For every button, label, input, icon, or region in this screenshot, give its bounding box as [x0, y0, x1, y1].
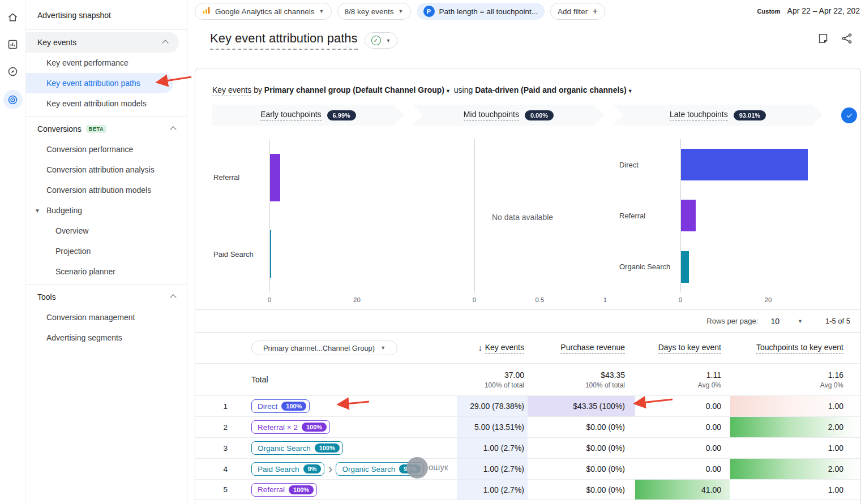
total-label: Total: [235, 375, 457, 384]
chart-bar[interactable]: [681, 251, 689, 283]
sidebar-item-conversion-attribution-models[interactable]: Conversion attribution models: [26, 180, 173, 200]
tab-percentage-badge: 0.00%: [525, 110, 554, 120]
divider: [26, 29, 187, 30]
chart-category-label: Paid Search: [212, 216, 269, 293]
chevron-up-icon: [162, 40, 168, 46]
column-header-days-to-key-event[interactable]: Days to key event: [658, 343, 721, 354]
plus-icon: +: [592, 6, 598, 17]
channel-pill-organic-search[interactable]: Organic Search 100%: [251, 441, 343, 455]
property-selector-dropdown[interactable]: Google Analytics all channels ▼: [195, 3, 332, 20]
selected-check-icon[interactable]: [841, 107, 857, 123]
sidebar-item-advertising-segments[interactable]: Advertising segments: [26, 328, 173, 348]
sidebar-item-budgeting-scenario-planner[interactable]: Scenario planner: [26, 261, 173, 282]
sidebar-section-key-events[interactable]: Key events: [26, 32, 179, 53]
pill-label: Paid Search: [258, 465, 299, 473]
channel-pill-direct[interactable]: Direct 100%: [251, 399, 310, 413]
chart-early-touchpoints: ReferralPaid Search 020: [212, 139, 427, 306]
rows-per-page-value[interactable]: 10: [770, 317, 779, 326]
tab-late-touchpoints[interactable]: Late touchpoints 93.01%: [613, 105, 823, 126]
caret-down-icon: ▼: [628, 88, 633, 94]
chart-bar[interactable]: [681, 200, 696, 231]
path-length-filter-chip[interactable]: P Path length = all touchpoint...: [417, 3, 545, 20]
filter-bar: Google Analytics all channels ▼ 8/8 key …: [195, 3, 605, 20]
date-range-label: Apr 22 – Apr 22, 202: [787, 6, 860, 15]
home-nav-button[interactable]: [0, 5, 25, 32]
data-quality-check-icon: ✓: [371, 36, 381, 45]
section-label: Tools: [37, 292, 56, 301]
tab-percentage-badge: 6.99%: [327, 110, 356, 120]
channel-pill-referral[interactable]: Referral × 2 100%: [251, 420, 330, 434]
model-selector[interactable]: Data-driven (Paid and organic channels): [475, 85, 627, 94]
chart-bar[interactable]: [270, 230, 271, 278]
chart-bar[interactable]: [270, 154, 280, 201]
revenue-cell: $0.00 (0%): [528, 480, 635, 499]
add-filter-button[interactable]: Add filter +: [550, 3, 605, 20]
sidebar-item-label: Conversion performance: [46, 145, 133, 154]
sidebar-item-key-event-attribution-paths[interactable]: Key event attribution paths: [26, 73, 173, 93]
share-icon[interactable]: [841, 32, 853, 47]
key-events-cell: 1.00 (2.7%): [457, 480, 528, 499]
date-preset-label: Custom: [757, 8, 781, 15]
property-selector-label: Google Analytics all channels: [215, 7, 315, 16]
sidebar-item-label: Conversion attribution models: [46, 186, 151, 195]
dimension-dropdown[interactable]: Primary channel...Channel Group) ▼: [251, 341, 397, 355]
sidebar-section-tools[interactable]: Tools: [26, 287, 187, 307]
sidebar-item-advertising-snapshot[interactable]: Advertising snapshot: [26, 3, 187, 27]
caret-down-icon: ▼: [386, 38, 391, 44]
chevron-up-icon: [170, 126, 176, 132]
x-axis: 020: [212, 292, 427, 306]
sidebar-item-conversion-management[interactable]: Conversion management: [26, 307, 173, 328]
days-cell: 0.00: [635, 459, 730, 479]
key-events-cell: 29.00 (78.38%): [457, 396, 528, 416]
caret-down-icon: ▼: [319, 8, 324, 14]
sidebar-section-conversions[interactable]: Conversions BETA: [26, 119, 187, 139]
data-quality-dropdown[interactable]: ✓ ▼: [365, 32, 398, 49]
total-revenue-sub: 100% of total: [585, 381, 625, 389]
sidebar-item-budgeting[interactable]: ▼ Budgeting: [26, 200, 173, 221]
sidebar-item-label: Advertising segments: [46, 333, 122, 342]
revenue-cell: $0.00 (0%): [528, 438, 635, 458]
sidebar-item-label: Overview: [55, 226, 88, 235]
column-header-touchpoints[interactable]: Touchpoints to key event: [756, 343, 843, 354]
sidebar-item-key-event-performance[interactable]: Key event performance: [26, 53, 173, 73]
chart-late-touchpoints: DirectReferralOrganic Search 020: [618, 139, 856, 306]
notes-icon[interactable]: [817, 32, 829, 47]
column-header-key-events[interactable]: Key events: [485, 343, 524, 354]
sidebar-item-label: Budgeting: [46, 206, 82, 215]
column-header-purchase-revenue[interactable]: Purchase revenue: [560, 343, 625, 354]
key-events-cell: 1.00 (2.7%): [457, 438, 528, 458]
row-number: 2: [195, 417, 235, 437]
tab-early-touchpoints[interactable]: Early touchpoints 6.99%: [212, 105, 404, 126]
sidebar-item-budgeting-overview[interactable]: Overview: [26, 221, 173, 241]
dimension-selector[interactable]: Primary channel group (Default Channel G…: [264, 85, 444, 94]
tab-mid-touchpoints[interactable]: Mid touchpoints 0.00%: [413, 105, 605, 126]
subtitle-metric[interactable]: Key events: [212, 85, 251, 96]
sidebar-item-budgeting-projection[interactable]: Projection: [26, 241, 173, 261]
chart-bar[interactable]: [681, 149, 808, 180]
add-filter-label: Add filter: [558, 7, 588, 16]
subtitle-text: by: [254, 85, 262, 94]
advertising-nav-button[interactable]: [0, 86, 25, 113]
touchpoints-cell: 2.00: [730, 417, 860, 437]
days-cell: 0.00: [635, 417, 730, 437]
advertising-sidebar: Advertising snapshot Key events Key even…: [26, 0, 187, 504]
explore-nav-button[interactable]: [0, 59, 25, 86]
sort-descending-icon[interactable]: ↓: [478, 343, 482, 352]
date-range-picker[interactable]: Custom Apr 22 – Apr 22, 202: [757, 6, 860, 15]
row-number: 3: [195, 438, 235, 458]
total-days: 1.11: [706, 371, 721, 380]
table-total-row: Total 37.00 100% of total $43.35 100% of…: [195, 364, 860, 395]
row-number: 4: [195, 459, 235, 479]
sidebar-item-conversion-attribution-analysis[interactable]: Conversion attribution analysis: [26, 160, 173, 180]
caret-down-icon[interactable]: ▼: [798, 318, 803, 324]
channel-pill-referral[interactable]: Referral 100%: [251, 483, 317, 497]
reports-nav-button[interactable]: [0, 32, 25, 59]
sidebar-item-conversion-performance[interactable]: Conversion performance: [26, 139, 173, 160]
report-actions: [817, 32, 853, 47]
total-key-events-sub: 100% of total: [485, 381, 524, 389]
dimension-dropdown-label: Primary channel...Channel Group): [263, 344, 375, 352]
table-header: Primary channel...Channel Group) ▼ ↓ Key…: [195, 332, 860, 364]
sidebar-item-key-event-attribution-models[interactable]: Key event attribution models: [26, 93, 173, 114]
channel-pill-paid-search[interactable]: Paid Search 9%: [251, 462, 324, 476]
key-events-selector-dropdown[interactable]: 8/8 key events ▼: [337, 3, 411, 20]
